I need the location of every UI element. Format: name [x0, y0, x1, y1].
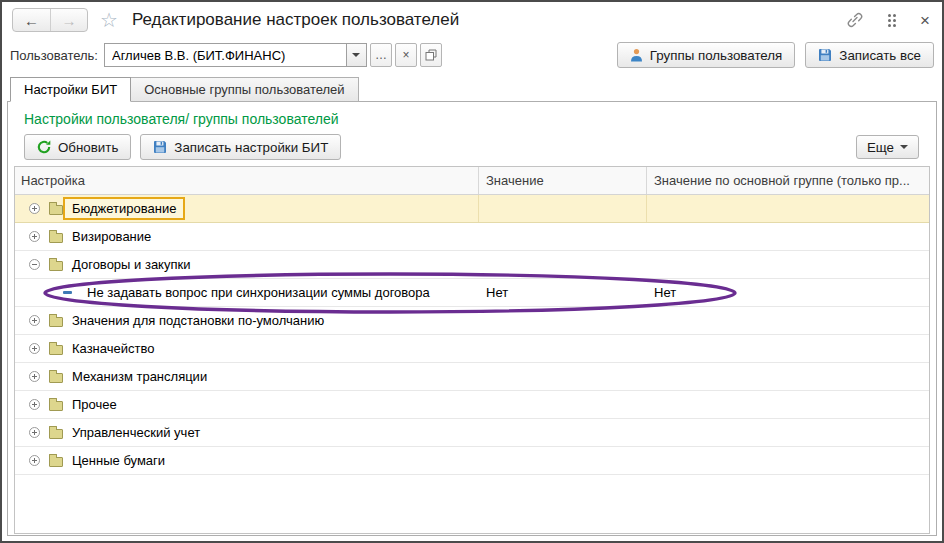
tree-row[interactable]: Управленческий учет	[15, 419, 929, 447]
more-menu-icon[interactable]	[888, 14, 896, 27]
save-icon	[153, 140, 167, 154]
setting-cell: Прочее	[15, 391, 479, 418]
expand-icon[interactable]	[29, 399, 40, 410]
setting-cell: Казначейство	[15, 335, 479, 362]
save-bit-settings-button[interactable]: Записать настройки БИТ	[140, 134, 341, 160]
setting-name: Договоры и закупки	[72, 257, 190, 272]
setting-value	[479, 223, 647, 250]
user-clear-button[interactable]: ×	[395, 43, 417, 67]
favorite-star-icon[interactable]: ☆	[100, 10, 118, 30]
back-arrow-icon: ←	[24, 12, 39, 29]
setting-value	[479, 251, 647, 278]
setting-name: Прочее	[72, 397, 117, 412]
setting-group-value	[647, 391, 929, 418]
close-icon[interactable]: ×	[920, 12, 930, 29]
setting-group-value	[647, 447, 929, 474]
settings-toolbar: Обновить Записать настройки БИТ Еще	[8, 127, 936, 160]
forward-button[interactable]: →	[50, 9, 87, 31]
setting-name: Казначейство	[72, 341, 154, 356]
refresh-button[interactable]: Обновить	[24, 134, 131, 160]
setting-name: Не задавать вопрос при синхронизации сум…	[87, 285, 430, 300]
tab-main-user-groups[interactable]: Основные группы пользователей	[131, 77, 358, 102]
setting-cell: Механизм трансляции	[15, 363, 479, 390]
chevron-down-icon	[900, 145, 908, 149]
back-button[interactable]: ←	[13, 9, 50, 31]
section-title: Настройки пользователя/ группы пользоват…	[8, 102, 936, 127]
save-icon	[818, 48, 832, 62]
setting-group-value	[647, 251, 929, 278]
tab-label: Основные группы пользователей	[144, 82, 344, 97]
column-header-setting: Настройка	[15, 167, 479, 194]
user-groups-label: Группы пользователя	[650, 48, 783, 63]
tree-row[interactable]: Прочее	[15, 391, 929, 419]
setting-name: Управленческий учет	[72, 425, 200, 440]
refresh-label: Обновить	[58, 140, 118, 155]
save-all-button[interactable]: Записать все	[805, 42, 934, 68]
folder-icon	[49, 457, 63, 467]
tab-label: Настройки БИТ	[24, 82, 117, 97]
expand-icon[interactable]	[29, 203, 40, 214]
setting-value	[479, 391, 647, 418]
collapse-icon[interactable]	[29, 259, 40, 270]
expand-icon[interactable]	[29, 315, 40, 326]
more-label: Еще	[867, 140, 894, 155]
setting-value	[479, 447, 647, 474]
setting-cell: Значения для подстановки по-умолчанию	[15, 307, 479, 334]
user-select-button[interactable]: …	[370, 43, 392, 67]
save-bit-settings-label: Записать настройки БИТ	[174, 140, 328, 155]
user-open-button[interactable]	[420, 43, 442, 67]
settings-table: Настройка Значение Значение по основной …	[14, 166, 930, 534]
folder-icon	[49, 261, 63, 271]
user-label: Пользователь:	[10, 48, 98, 63]
setting-cell: Управленческий учет	[15, 419, 479, 446]
column-header-value: Значение	[479, 167, 647, 194]
tree-row[interactable]: Механизм трансляции	[15, 363, 929, 391]
tree-row[interactable]: Казначейство	[15, 335, 929, 363]
clear-icon: ×	[402, 49, 409, 61]
setting-cell: Договоры и закупки	[15, 251, 479, 278]
user-actions: Группы пользователя Записать все	[617, 42, 934, 68]
link-icon[interactable]	[846, 12, 864, 28]
tree-row[interactable]: Не задавать вопрос при синхронизации сум…	[15, 279, 929, 307]
user-input[interactable]	[104, 43, 346, 67]
folder-icon	[49, 345, 63, 355]
expand-icon[interactable]	[29, 455, 40, 466]
folder-icon	[49, 373, 63, 383]
expand-icon[interactable]	[29, 371, 40, 382]
tab-strip: Настройки БИТ Основные группы пользовате…	[2, 77, 942, 101]
chevron-down-icon	[352, 53, 360, 57]
setting-value: Нет	[479, 279, 647, 306]
setting-group-value	[647, 335, 929, 362]
tree-row[interactable]: Ценные бумаги	[15, 447, 929, 475]
tree-row[interactable]: Значения для подстановки по-умолчанию	[15, 307, 929, 335]
tab-bit-settings[interactable]: Настройки БИТ	[10, 77, 131, 102]
setting-cell: Ценные бумаги	[15, 447, 479, 474]
setting-group-value	[647, 419, 929, 446]
folder-icon	[49, 233, 63, 243]
expand-icon[interactable]	[29, 343, 40, 354]
setting-cell: Визирование	[15, 223, 479, 250]
setting-name: Визирование	[72, 229, 151, 244]
setting-name: Значения для подстановки по-умолчанию	[72, 313, 324, 328]
expand-icon[interactable]	[29, 231, 40, 242]
setting-value	[479, 307, 647, 334]
leaf-dash-icon	[63, 291, 72, 294]
more-button[interactable]: Еще	[856, 135, 919, 159]
folder-icon	[49, 401, 63, 411]
setting-value	[479, 419, 647, 446]
open-window-icon	[425, 49, 437, 61]
user-row: Пользователь: … × Группы п	[2, 38, 942, 70]
setting-group-value	[647, 195, 929, 222]
column-header-group-value: Значение по основной группе (только пр..…	[647, 167, 929, 194]
title-bar: ← → ☆ Редактирование настроек пользовате…	[2, 2, 942, 38]
title-bar-actions: ×	[846, 12, 930, 29]
tree-row[interactable]: Договоры и закупки	[15, 251, 929, 279]
user-dropdown-button[interactable]	[346, 43, 367, 67]
page-title: Редактирование настроек пользователей	[132, 10, 459, 30]
tree-row[interactable]: Визирование	[15, 223, 929, 251]
setting-cell: Бюджетирование	[15, 195, 479, 222]
user-groups-button[interactable]: Группы пользователя	[617, 42, 796, 68]
person-icon	[630, 48, 643, 62]
expand-icon[interactable]	[29, 427, 40, 438]
tree-row[interactable]: Бюджетирование	[15, 195, 929, 223]
